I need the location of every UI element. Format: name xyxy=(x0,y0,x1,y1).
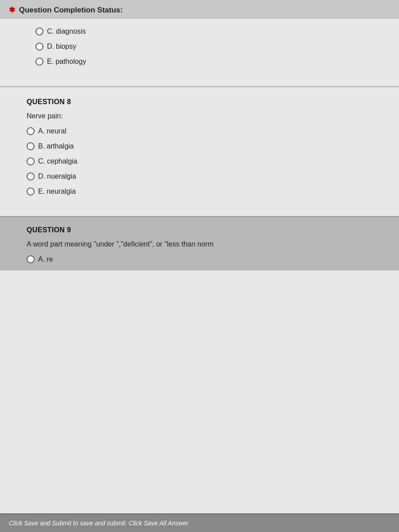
question-9-number: QUESTION 9 xyxy=(27,226,372,234)
option-letter-q8-c: C. xyxy=(38,157,45,165)
option-letter-q8-b: B. xyxy=(38,142,45,150)
top-options-section: C. diagnosis D. biopsy E. pathology xyxy=(0,19,399,86)
radio-q8-b[interactable] xyxy=(27,142,35,150)
list-item: C. cephalgia xyxy=(27,157,372,165)
radio-q8-c[interactable] xyxy=(27,157,35,165)
question-9-text: A word part meaning "under ","deficient"… xyxy=(27,240,372,248)
radio-e-top[interactable] xyxy=(35,58,43,66)
list-item: C. diagnosis xyxy=(35,27,372,35)
option-text-d-top: biopsy xyxy=(56,43,76,51)
asterisk-icon: ✱ xyxy=(9,6,15,14)
option-letter-d-top: D. xyxy=(47,43,54,51)
radio-q9-a[interactable] xyxy=(27,255,35,263)
list-item: E. neuralgia xyxy=(27,188,372,196)
option-text-q8-e: neuralgia xyxy=(47,188,76,196)
option-text-q9-a: re xyxy=(47,255,53,263)
question-8-section: QUESTION 8 Nerve pain: A. neural B. arth… xyxy=(0,87,399,216)
option-letter-q8-a: A. xyxy=(38,127,45,135)
footer-bar: Click Save and Submit to save and submit… xyxy=(0,513,399,532)
question-status-title: ✱ Question Completion Status: xyxy=(9,6,123,14)
list-item: D. nueralgia xyxy=(27,172,372,180)
option-text-q8-b: arthalgia xyxy=(47,142,74,150)
option-letter-e-top: E. xyxy=(47,58,54,66)
option-text-q8-a: neural xyxy=(47,127,66,135)
list-item: D. biopsy xyxy=(35,43,372,51)
list-item: A. re xyxy=(27,255,372,263)
page-wrapper: ✱ Question Completion Status: C. diagnos… xyxy=(0,0,399,532)
header-bar: ✱ Question Completion Status: xyxy=(0,0,399,19)
radio-d-top[interactable] xyxy=(35,43,43,51)
option-letter-c-top: C. xyxy=(47,27,54,35)
list-item: B. arthalgia xyxy=(27,142,372,150)
radio-c-top[interactable] xyxy=(35,27,43,35)
footer-text: Click Save and Submit to save and submit… xyxy=(9,520,188,527)
option-text-q8-c: cephalgia xyxy=(47,157,78,165)
option-text-e-top: pathology xyxy=(55,58,86,66)
option-letter-q9-a: A. xyxy=(38,255,45,263)
radio-q8-d[interactable] xyxy=(27,172,35,180)
option-text-c-top: diagnosis xyxy=(56,27,86,35)
option-letter-q8-e: E. xyxy=(38,188,45,196)
list-item: A. neural xyxy=(27,127,372,135)
header-title: Question Completion Status: xyxy=(19,6,123,14)
main-content: C. diagnosis D. biopsy E. pathology QUES… xyxy=(0,19,399,513)
radio-q8-a[interactable] xyxy=(27,127,35,135)
option-text-q8-d: nueralgia xyxy=(47,172,76,180)
question-9-section: QUESTION 9 A word part meaning "under ",… xyxy=(0,216,399,270)
option-letter-q8-d: D. xyxy=(38,172,45,180)
question-8-number: QUESTION 8 xyxy=(27,98,372,106)
question-8-text: Nerve pain: xyxy=(27,112,372,120)
radio-q8-e[interactable] xyxy=(27,188,35,196)
list-item: E. pathology xyxy=(35,58,372,66)
